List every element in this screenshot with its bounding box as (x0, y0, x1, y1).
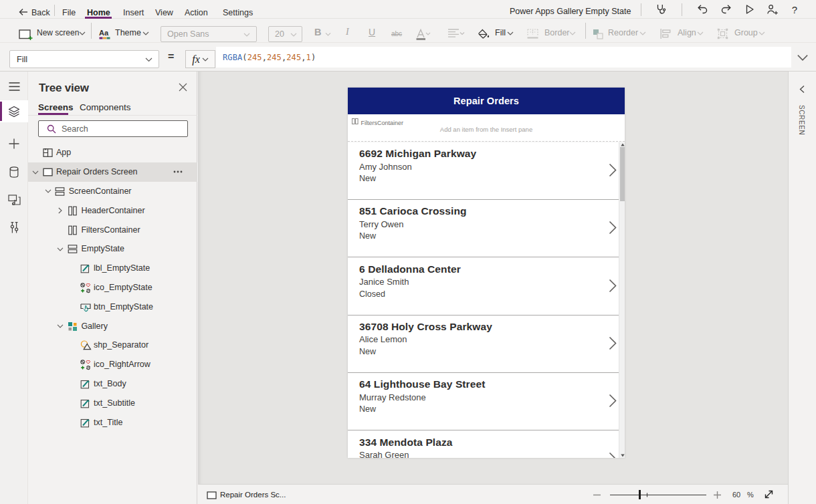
tree-row-txt-subtitle[interactable]: txt_Subtitle (28, 394, 197, 413)
gallery-item[interactable]: 6692 Michigan ParkwayAmy JohnsonNew (348, 142, 625, 200)
search-placeholder: Search (62, 124, 88, 134)
insert-icon[interactable] (0, 132, 28, 155)
app-header-container[interactable]: Repair Orders (348, 88, 625, 114)
gallery-item-status: Closed (359, 289, 385, 299)
gallery-control[interactable]: 6692 Michigan ParkwayAmy JohnsonNew851 C… (348, 142, 625, 458)
fx-button[interactable]: fx (185, 50, 215, 68)
formula-input[interactable]: RGBA(245,245,245,1) (216, 47, 791, 68)
reorder-button[interactable]: Reorder (608, 27, 638, 38)
zoom-out-icon[interactable] (591, 489, 602, 500)
scroll-down-icon[interactable] (621, 454, 625, 457)
right-arrow-icon[interactable] (609, 394, 617, 408)
left-navigation-rail (0, 72, 28, 504)
fill-button[interactable]: Fill (495, 27, 506, 38)
back-arrow-icon[interactable] (18, 7, 29, 20)
back-button[interactable]: Back (31, 6, 50, 19)
right-arrow-icon[interactable] (609, 279, 617, 293)
tree-row-btn-emptystate[interactable]: btn_EmptyState (28, 297, 197, 317)
gallery-item[interactable]: 6 Delladonna CenterJanice SmithClosed (348, 258, 625, 316)
gallery-item[interactable]: 36708 Holy Cross ParkwayAlice LemonNew (348, 316, 625, 373)
chevron-down-icon[interactable] (32, 169, 39, 176)
theme-button[interactable]: Theme (115, 27, 141, 38)
underline-button[interactable]: U (369, 27, 375, 37)
tree-row-emptystate[interactable]: EmptyState (28, 239, 197, 259)
advanced-tools-icon[interactable] (0, 217, 28, 239)
menu-settings[interactable]: Settings (223, 6, 253, 19)
play-icon[interactable] (743, 3, 756, 16)
menu-view[interactable]: View (155, 6, 173, 19)
zoom-slider-track[interactable] (610, 495, 706, 496)
hamburger-icon[interactable] (0, 76, 28, 98)
help-icon[interactable]: ? (788, 3, 801, 16)
tree-row-ico-emptystate[interactable]: ico_EmptyState (28, 278, 197, 297)
tree-row-gallery[interactable]: Gallery (28, 317, 197, 336)
tree-row-app[interactable]: App (28, 143, 197, 162)
tree-row-repair-orders-screen[interactable]: Repair Orders Screen (28, 162, 197, 182)
chevron-down-icon[interactable] (45, 188, 52, 195)
tree-row-shp-separator[interactable]: shp_Separator (28, 336, 197, 355)
filters-container[interactable]: FiltersContainer Add an item from the In… (348, 114, 625, 142)
screen-vertical-label[interactable]: SCREEN (798, 105, 805, 135)
fill-chevron-icon[interactable] (507, 31, 514, 35)
gallery-item[interactable]: 64 Lighthouse Bay StreetMurray RedstoneN… (348, 373, 625, 430)
app-screen-preview[interactable]: Repair Orders FiltersContainer Add an it… (348, 88, 625, 458)
zoom-in-icon[interactable] (712, 489, 722, 500)
new-screen-chevron-icon[interactable] (79, 31, 86, 35)
media-icon[interactable] (0, 188, 28, 211)
font-family-select[interactable]: Open Sans (161, 26, 257, 42)
zoom-percent-sign: % (747, 491, 754, 499)
border-icon (527, 29, 538, 39)
menu-file[interactable]: File (62, 6, 76, 19)
search-input[interactable]: Search (38, 120, 188, 137)
font-color-icon[interactable] (416, 28, 431, 41)
zoom-slider-thumb[interactable] (639, 490, 641, 499)
tree-row-txt-body[interactable]: txt_Body (28, 374, 197, 394)
tree-view-icon[interactable] (0, 100, 28, 122)
undo-icon[interactable] (696, 3, 709, 16)
property-select[interactable]: Fill (9, 50, 159, 68)
design-canvas[interactable]: Repair Orders FiltersContainer Add an it… (198, 72, 788, 484)
tree-row-lbl-emptystate[interactable]: lbl_EmptyState (28, 259, 197, 278)
right-arrow-icon[interactable] (609, 221, 617, 235)
italic-button[interactable]: I (346, 27, 349, 37)
theme-chevron-icon[interactable] (142, 31, 149, 35)
gallery-scrollbar[interactable] (619, 142, 625, 458)
current-screen-label[interactable]: Repair Orders Sc... (220, 491, 286, 499)
right-arrow-icon[interactable] (609, 336, 617, 350)
scroll-up-icon[interactable] (621, 143, 625, 146)
expand-panel-chevron-icon[interactable] (798, 85, 807, 94)
chevron-down-icon[interactable] (57, 246, 64, 253)
tree-row-headercontainer[interactable]: HeaderContainer (28, 201, 197, 221)
redo-icon[interactable] (720, 3, 733, 16)
align-button[interactable]: Align (678, 27, 696, 38)
right-arrow-icon[interactable] (609, 452, 617, 459)
chevron-down-icon[interactable] (57, 323, 64, 330)
bold-button[interactable]: B (314, 27, 321, 37)
text-align-icon[interactable] (448, 29, 466, 38)
scrollbar-thumb[interactable] (620, 147, 625, 201)
menu-insert[interactable]: Insert (123, 6, 144, 19)
gallery-item[interactable]: 334 Mendota PlazaSarah GreenNew (348, 431, 625, 459)
tree-row-ico-rightarrow[interactable]: ico_RightArrow (28, 355, 197, 374)
new-screen-icon (19, 29, 33, 41)
font-size-select[interactable]: 20 (268, 26, 302, 42)
group-button[interactable]: Group (734, 27, 758, 38)
tree-row-txt-title[interactable]: txt_Title (28, 413, 197, 432)
formula-text: RGBA(245,245,245,1) (216, 53, 316, 62)
app-checker-icon[interactable] (654, 3, 668, 16)
gallery-item[interactable]: 851 Carioca CrossingTerry OwenNew (348, 200, 625, 257)
menu-action[interactable]: Action (185, 6, 208, 19)
strikethrough-button[interactable]: abc (391, 29, 402, 39)
tree-row-filterscontainer[interactable]: FiltersContainer (28, 221, 197, 240)
share-icon[interactable] (766, 3, 779, 16)
tree-row-screencontainer[interactable]: ScreenContainer (28, 182, 197, 201)
formula-expand-chevron-icon[interactable] (797, 54, 809, 61)
new-screen-button[interactable]: New screen (37, 27, 79, 38)
data-icon[interactable] (0, 160, 28, 183)
right-arrow-icon[interactable] (609, 163, 617, 177)
close-icon[interactable] (177, 81, 189, 93)
fit-to-window-icon[interactable] (763, 489, 775, 501)
border-button[interactable]: Border (544, 27, 570, 38)
more-options-icon[interactable] (173, 170, 183, 173)
chevron-right-icon[interactable] (57, 207, 64, 214)
